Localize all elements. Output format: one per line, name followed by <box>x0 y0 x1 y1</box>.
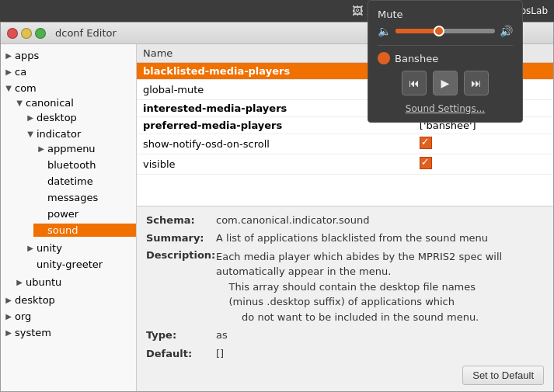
sidebar-label: com <box>15 82 37 94</box>
row-value <box>413 134 553 154</box>
sidebar: apps ca com <box>1 44 137 391</box>
type-row: Type: as <box>146 328 544 343</box>
sidebar-item-canonical[interactable]: canonical desktop <box>12 95 136 274</box>
mute-label: Mute <box>378 9 513 20</box>
sound-popup: Mute 🔈 🔊 Banshee ⏮ ▶ ⏭ Sound Settings... <box>368 0 523 123</box>
sidebar-label: indicator <box>37 128 81 140</box>
summary-row: Summary: A list of applications blacklis… <box>146 231 544 246</box>
minimize-button[interactable] <box>21 28 32 39</box>
sidebar-label: datetime <box>47 175 93 187</box>
next-button[interactable]: ⏭ <box>464 71 489 95</box>
type-value: as <box>216 328 228 343</box>
volume-fill <box>395 29 435 33</box>
arrow-icon <box>4 328 13 338</box>
sidebar-label: appmenu <box>47 143 96 154</box>
sidebar-label: apps <box>15 50 39 61</box>
arrow-icon <box>15 278 24 287</box>
banshee-label: Banshee <box>395 53 438 64</box>
sidebar-label: bluetooth <box>47 159 96 171</box>
sidebar-item-sound[interactable]: sound <box>33 222 136 238</box>
summary-label: Summary: <box>146 231 216 246</box>
arrow-icon <box>26 130 35 139</box>
sidebar-label: power <box>47 208 78 220</box>
default-row: Default: [] <box>146 346 544 362</box>
sidebar-label: desktop <box>37 112 77 123</box>
sidebar-label: canonical <box>26 97 74 109</box>
table-row[interactable]: visible <box>137 154 553 175</box>
sidebar-label: desktop <box>15 294 55 306</box>
schema-row: Schema: com.canonical.indicator.sound <box>146 213 544 228</box>
sidebar-item-datetime[interactable]: datetime <box>33 173 136 189</box>
sidebar-item-indicator[interactable]: indicator appmenu <box>23 126 136 240</box>
sidebar-item-desktop[interactable]: desktop <box>23 109 136 126</box>
arrow-icon <box>4 296 13 305</box>
media-controls: ⏮ ▶ ⏭ <box>378 71 513 95</box>
sidebar-label: unity <box>37 242 62 254</box>
table-row[interactable]: show-notify-osd-on-scroll <box>137 134 553 154</box>
vol-low-icon: 🔈 <box>378 25 391 37</box>
window-title: dconf Editor <box>55 27 117 39</box>
sidebar-label: ubuntu <box>26 276 61 288</box>
arrow-icon <box>15 99 24 108</box>
arrow-icon <box>4 51 13 61</box>
banshee-section: Banshee ⏮ ▶ ⏭ Sound Settings... <box>378 45 513 114</box>
schema-label: Schema: <box>146 213 216 228</box>
sidebar-label: sound <box>47 224 78 236</box>
set-default-button[interactable]: Set to Default <box>462 366 544 385</box>
schema-value: com.canonical.indicator.sound <box>216 213 370 228</box>
sidebar-item-apps[interactable]: apps <box>1 47 136 64</box>
sidebar-item-org[interactable]: org <box>1 308 136 324</box>
volume-row: 🔈 🔊 <box>378 25 513 37</box>
arrow-icon <box>4 312 13 321</box>
maximize-button[interactable] <box>35 28 46 39</box>
info-panel: Schema: com.canonical.indicator.sound Su… <box>137 206 553 392</box>
row-name: visible <box>137 154 413 175</box>
banshee-title: Banshee <box>378 52 513 64</box>
sidebar-label: ca <box>15 66 26 78</box>
sidebar-item-unity[interactable]: unity <box>23 240 136 256</box>
type-label: Type: <box>146 328 216 343</box>
play-button[interactable]: ▶ <box>433 71 458 95</box>
screenshot-icon[interactable]: 🖼 <box>352 5 363 17</box>
sound-settings-link[interactable]: Sound Settings... <box>378 103 513 114</box>
description-value: Each media player which abides by the MP… <box>216 249 502 325</box>
description-label: Description: <box>146 249 216 325</box>
description-row: Description: Each media player which abi… <box>146 249 544 325</box>
row-value <box>413 154 553 175</box>
row-name: show-notify-osd-on-scroll <box>137 134 413 154</box>
close-button[interactable] <box>7 28 18 39</box>
sidebar-label: org <box>15 310 31 322</box>
window-buttons <box>7 28 46 39</box>
sidebar-label: messages <box>47 192 98 203</box>
sidebar-item-bluetooth[interactable]: bluetooth <box>33 157 136 173</box>
volume-slider[interactable] <box>395 29 495 33</box>
default-label: Default: <box>146 346 216 362</box>
arrow-icon <box>26 113 35 123</box>
default-value: [] <box>216 346 224 362</box>
banshee-icon <box>378 52 390 64</box>
sidebar-item-system[interactable]: system <box>1 324 136 341</box>
prev-button[interactable]: ⏮ <box>402 71 427 95</box>
sidebar-label: unity-greeter <box>37 258 103 270</box>
sidebar-label: system <box>15 327 51 338</box>
sidebar-item-messages[interactable]: messages <box>33 189 136 206</box>
sidebar-item-power[interactable]: power <box>33 206 136 222</box>
sidebar-item-ca[interactable]: ca <box>1 64 136 80</box>
arrow-icon <box>4 84 13 93</box>
checkbox-show-notify[interactable] <box>420 137 432 149</box>
sidebar-item-com[interactable]: com canonical <box>1 80 136 292</box>
sidebar-item-ubuntu[interactable]: ubuntu <box>12 274 136 290</box>
summary-value: A list of applications blacklisted from … <box>216 231 488 246</box>
checkbox-visible[interactable] <box>420 157 432 169</box>
arrow-icon <box>4 68 13 77</box>
vol-high-icon: 🔊 <box>500 25 513 37</box>
sidebar-item-unity-greeter[interactable]: unity-greeter <box>23 256 136 272</box>
sidebar-item-appmenu[interactable]: appmenu <box>33 140 136 157</box>
volume-handle[interactable] <box>434 26 444 36</box>
sidebar-item-desktop-root[interactable]: desktop <box>1 292 136 308</box>
arrow-icon <box>26 244 35 253</box>
arrow-icon <box>37 144 46 154</box>
